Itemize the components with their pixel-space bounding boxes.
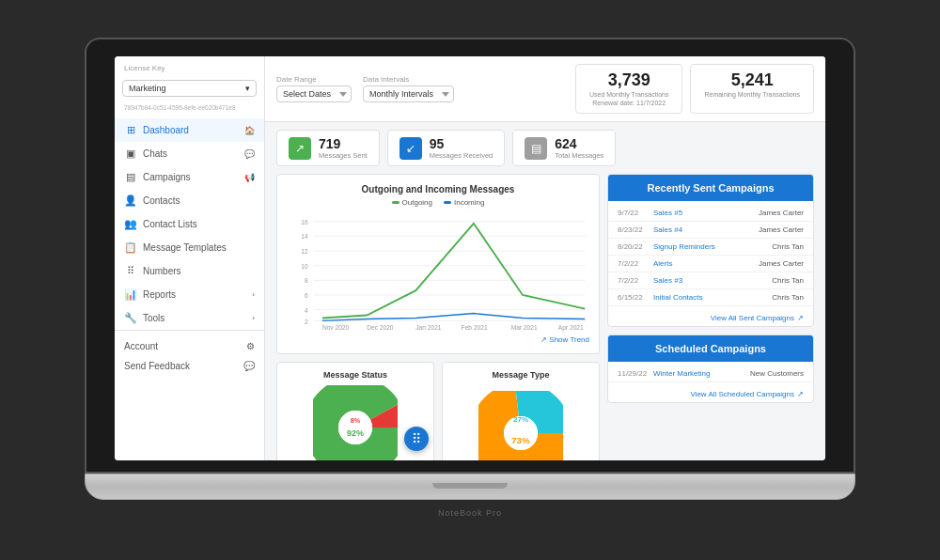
campaign-row-3: 8/20/22 Signup Reminders Chris Tan — [608, 239, 813, 256]
sidebar-item-message-templates[interactable]: 📋 Message Templates — [115, 236, 264, 259]
chats-icon: ▣ — [124, 148, 137, 160]
sidebar-item-contact-lists[interactable]: 👥 Contact Lists — [115, 212, 264, 236]
right-panel: Recently Sent Campaigns 9/7/22 Sales #5 … — [607, 174, 814, 453]
sidebar-item-dashboard[interactable]: ⊞ Dashboard 🏠 — [115, 118, 264, 142]
view-all-scheduled-button[interactable]: View All Scheduled Campaigns ↗ — [608, 386, 813, 402]
total-count: 624 — [555, 136, 603, 151]
sidebar-item-label: Contact Lists — [143, 219, 197, 229]
sent-label: Messages Sent — [319, 151, 368, 160]
home-icon: 🏠 — [244, 126, 255, 135]
legend-incoming: Incoming — [444, 198, 484, 207]
campaign-link[interactable]: Sales #3 — [653, 276, 766, 285]
campaign-date: 8/20/22 — [618, 242, 648, 251]
incoming-line — [322, 314, 585, 321]
campaign-link[interactable]: Signup Reminders — [653, 242, 766, 251]
numbers-icon: ⠿ — [124, 265, 137, 277]
nav-list: ⊞ Dashboard 🏠 ▣ Chats 💬 — [115, 118, 264, 330]
campaign-link[interactable]: Winter Marketing — [653, 369, 744, 378]
app: License Key Marketing ▾ 78947b84-0c51-45… — [115, 56, 825, 460]
sidebar-item-account[interactable]: Account ⚙ — [115, 336, 264, 356]
sidebar-item-campaigns[interactable]: ▤ Campaigns 📢 — [115, 165, 264, 189]
interval-select[interactable]: Monthly Intervals — [363, 86, 454, 102]
laptop-brand-area: NoteBook Pro — [85, 500, 855, 522]
campaign-row-5: 7/2/22 Sales #3 Chris Tan — [608, 272, 813, 289]
interval-label: Data Intervals — [363, 75, 454, 84]
license-dropdown[interactable]: Marketing ▾ — [122, 80, 257, 97]
svg-text:10: 10 — [301, 263, 308, 270]
chevron-down-icon: ▾ — [245, 84, 250, 93]
svg-text:6: 6 — [305, 292, 308, 299]
chart-area: 16 14 12 10 8 6 4 2 — [287, 212, 589, 332]
laptop: License Key Marketing ▾ 78947b84-0c51-45… — [85, 38, 855, 522]
campaign-row-6: 6/15/22 Initial Contacts Chris Tan — [608, 289, 813, 306]
sidebar-item-reports[interactable]: 📊 Reports › — [115, 283, 264, 306]
renewal-label: Renewal date: 11/7/2022 — [589, 99, 668, 107]
sidebar-item-label: Contacts — [143, 195, 180, 206]
contact-lists-icon: 👥 — [124, 218, 137, 230]
date-range-select[interactable]: Select Dates — [276, 86, 352, 102]
scheduled-row-1: 11/29/22 Winter Marketing New Customers — [608, 366, 813, 382]
total-messages-card: ▤ 624 Total Messages — [512, 130, 616, 166]
bottom-charts: Message Status — [276, 362, 600, 460]
campaign-date: 7/2/22 — [618, 276, 648, 285]
sidebar-item-chats[interactable]: ▣ Chats 💬 — [115, 142, 264, 165]
campaign-link[interactable]: Sales #5 — [653, 209, 753, 217]
stats-row: ↗ 719 Messages Sent ↙ 95 Messages Receiv… — [265, 122, 825, 174]
campaign-link[interactable]: Sales #4 — [653, 226, 753, 234]
remaining-label: Remaining Monthly Transactions — [704, 90, 800, 99]
campaign-link[interactable]: Initial Contacts — [653, 293, 766, 302]
chevron-right-icon: › — [252, 314, 255, 322]
campaign-row-1: 9/7/22 Sales #5 James Carter — [608, 205, 813, 222]
message-type-pie: 27% 73% — [478, 385, 563, 460]
sidebar-item-contacts[interactable]: 👤 Contacts — [115, 189, 264, 212]
campaign-link[interactable]: Alerts — [653, 259, 753, 268]
incoming-label: Incoming — [454, 198, 484, 207]
svg-text:12: 12 — [301, 248, 308, 255]
campaigns-icon: ▤ — [124, 171, 137, 183]
chart-legend: Outgoing Incoming — [287, 198, 589, 207]
view-all-sent-label: View All Sent Campaigns — [711, 314, 794, 322]
messages-received-card: ↙ 95 Messages Received — [387, 130, 506, 166]
templates-icon: 📋 — [124, 241, 137, 254]
received-count: 95 — [430, 136, 494, 151]
sidebar-item-numbers[interactable]: ⠿ Numbers — [115, 259, 264, 283]
remaining-count: 5,241 — [704, 70, 800, 90]
show-trend-button[interactable]: ↗ Show Trend — [287, 335, 589, 344]
recently-sent-header: Recently Sent Campaigns — [608, 175, 813, 201]
message-type-title: Message Type — [493, 370, 550, 380]
used-label: Used Monthly Transactions — [589, 90, 668, 99]
svg-text:27%: 27% — [513, 416, 528, 425]
svg-text:Nov 2020: Nov 2020 — [322, 324, 350, 331]
scheduled-campaigns-header: Scheduled Campaigns — [608, 335, 813, 362]
screen: License Key Marketing ▾ 78947b84-0c51-45… — [115, 56, 825, 460]
chart-title: Outgoing and Incoming Messages — [287, 184, 589, 194]
type-pie-svg: 27% 73% — [478, 391, 563, 460]
arrow-icon: ↗ — [797, 390, 804, 398]
sidebar-item-send-feedback[interactable]: Send Feedback 💬 — [115, 356, 264, 376]
sidebar-item-tools[interactable]: 🔧 Tools › — [115, 306, 264, 330]
total-icon: ▤ — [525, 137, 547, 160]
received-label: Messages Received — [430, 151, 494, 160]
campaign-row-4: 7/2/22 Alerts James Carter — [608, 256, 813, 272]
svg-text:Jan 2021: Jan 2021 — [415, 324, 441, 331]
view-all-sent-button[interactable]: View All Sent Campaigns ↗ — [608, 310, 813, 326]
tools-icon: 🔧 — [124, 312, 137, 324]
top-bar: Date Range Select Dates Data Intervals M… — [265, 56, 825, 122]
campaign-sender: James Carter — [759, 209, 804, 217]
svg-text:16: 16 — [301, 219, 308, 226]
recently-sent-card: Recently Sent Campaigns 9/7/22 Sales #5 … — [607, 174, 814, 327]
arrow-icon: ↗ — [797, 314, 804, 322]
feedback-icon: 💬 — [243, 361, 255, 371]
campaign-date: 7/2/22 — [618, 259, 648, 268]
svg-text:8: 8 — [305, 277, 308, 284]
screen-bezel: License Key Marketing ▾ 78947b84-0c51-45… — [85, 38, 855, 474]
campaign-date: 6/15/22 — [618, 293, 648, 302]
sidebar-item-label: Chats — [143, 148, 167, 159]
sidebar: License Key Marketing ▾ 78947b84-0c51-45… — [115, 56, 265, 460]
fab-button[interactable]: ⠿ — [404, 427, 429, 451]
line-chart-svg: 16 14 12 10 8 6 4 2 — [287, 212, 589, 332]
scheduled-campaigns-list: 11/29/22 Winter Marketing New Customers — [608, 362, 813, 386]
contacts-icon: 👤 — [124, 194, 137, 207]
svg-text:73%: 73% — [511, 435, 530, 445]
laptop-brand: NoteBook Pro — [438, 508, 502, 518]
